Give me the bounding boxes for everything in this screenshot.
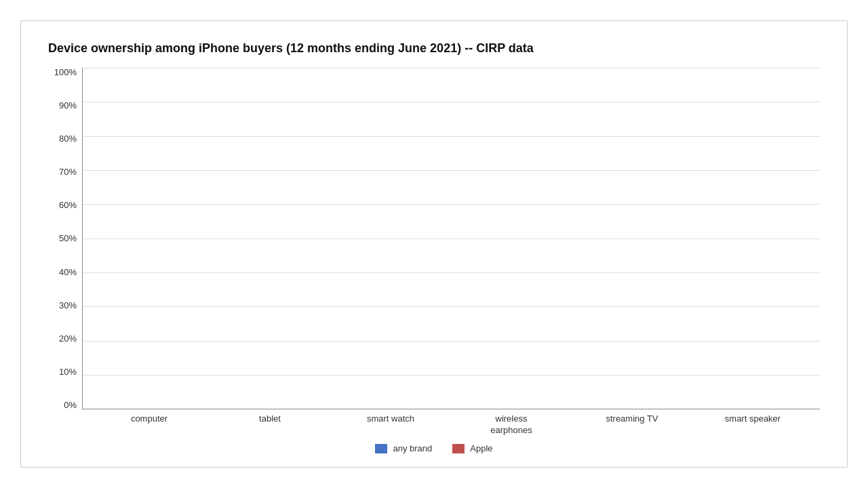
y-axis-label: 70% [59, 167, 77, 176]
x-label: computer [89, 413, 210, 436]
x-label: tablet [210, 413, 330, 436]
y-axis-label: 80% [59, 134, 77, 143]
y-axis-label: 50% [59, 234, 77, 243]
legend-swatch-blue [375, 444, 387, 453]
legend-item-apple: Apple [452, 443, 492, 453]
legend-label-any-brand: any brand [393, 443, 432, 453]
x-label: smart speaker [692, 413, 813, 436]
plot-area: computertabletsmart watchwirelessearphon… [82, 68, 820, 436]
x-label: streaming TV [572, 413, 692, 436]
y-axis-label: 20% [59, 334, 77, 343]
y-axis-label: 90% [59, 101, 77, 110]
legend-label-apple: Apple [470, 443, 492, 453]
y-axis-label: 30% [59, 301, 77, 310]
chart-area: 100%90%80%70%60%50%40%30%20%10%0% comput… [48, 68, 820, 436]
y-axis-label: 100% [54, 68, 77, 77]
y-axis-label: 0% [64, 401, 77, 409]
legend-swatch-red [452, 444, 465, 453]
x-label: smart watch [330, 413, 451, 436]
chart-container: Device ownership among iPhone buyers (12… [20, 20, 848, 468]
y-axis-label: 10% [59, 367, 77, 376]
bars-and-grid [82, 68, 820, 409]
y-axis-label: 40% [59, 268, 77, 277]
legend-item-any-brand: any brand [375, 443, 432, 453]
chart-title: Device ownership among iPhone buyers (12… [48, 41, 820, 56]
y-axis: 100%90%80%70%60%50%40%30%20%10%0% [48, 68, 82, 436]
y-axis-label: 60% [59, 201, 77, 209]
x-label: wirelessearphones [451, 413, 572, 436]
x-labels: computertabletsmart watchwirelessearphon… [82, 409, 820, 436]
bars-row [83, 68, 820, 409]
legend: any brand Apple [48, 443, 820, 453]
